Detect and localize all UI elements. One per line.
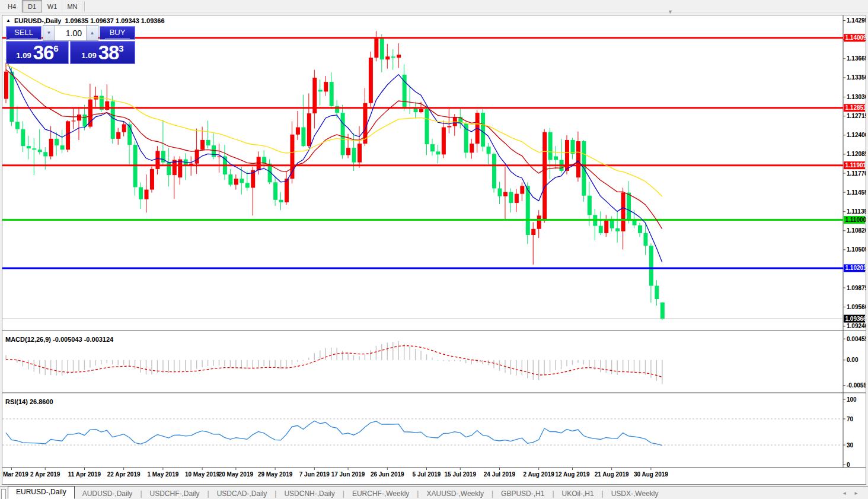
candle-body (588, 196, 592, 215)
candle-body (397, 55, 401, 58)
chevron-up-icon: ▲ (90, 30, 95, 36)
hlines-layer (2, 38, 843, 268)
rsi-indicator-label: RSI(14) 26.8600 (5, 398, 53, 405)
candle-body (638, 225, 642, 233)
candle-body (576, 141, 580, 177)
tab-scroll-left-icon[interactable]: ◄ (842, 491, 847, 496)
sell-price-big: 36 (33, 43, 54, 62)
volume-field[interactable]: 1.00 (55, 26, 86, 40)
candle-body (66, 121, 70, 150)
price-axis-label: 1.09560 (847, 304, 866, 310)
candle-body (655, 286, 659, 299)
candle-body (285, 179, 289, 202)
sell-price-prefix: 1.09 (16, 51, 31, 60)
candle-body (447, 126, 451, 127)
date-axis-label: 17 Jun 2019 (331, 471, 365, 478)
chart-tabs-bar: EURUSD-,DailyAUDUSD-,Daily|USDCHF-,Daily… (0, 486, 868, 499)
date-axis-label: 2 Aug 2019 (523, 471, 554, 478)
candle-body (38, 150, 42, 152)
candle-body (245, 183, 250, 187)
timeframe-button-d1[interactable]: D1 (22, 0, 42, 12)
ma-lines-layer (6, 60, 662, 263)
date-axis-label: 10 May 2019 (185, 471, 220, 478)
timeframe-button-mn[interactable]: MN (62, 0, 82, 12)
date-axis-label: 7 Jun 2019 (299, 471, 330, 478)
tab-eurchf-weekly[interactable]: EURCHF-,Weekly (344, 489, 417, 499)
candle-body (380, 39, 384, 60)
tab-usdcnh-daily[interactable]: USDCNH-,Daily (276, 489, 342, 499)
candle-body (526, 186, 530, 235)
chart-canvas[interactable]: 1.142951.139801.136651.133501.130301.127… (2, 15, 866, 484)
tab-usdchf-daily[interactable]: USDCHF-,Daily (142, 489, 208, 499)
buy-price-prefix: 1.09 (81, 51, 96, 60)
candle-body (436, 151, 440, 154)
candle-body (21, 129, 25, 147)
candle-body (195, 150, 199, 163)
date-axis-label: 20 May 2019 (219, 471, 254, 478)
toolbar-separator (84, 1, 85, 11)
volume-decrease-button[interactable]: ▼ (43, 26, 55, 40)
price-badge-label: 1.11901 (845, 162, 867, 169)
timeframe-toolbar: H4 D1 W1 MN (0, 0, 868, 13)
tab-scroll-right-icon[interactable]: ► (854, 491, 859, 496)
candle-body (279, 200, 283, 202)
price-axis-label: 1.10505 (847, 246, 866, 253)
candle-body (318, 90, 323, 91)
tab-gbpusd-h1[interactable]: GBPUSD-,H1 (493, 489, 552, 499)
candle-body (273, 182, 277, 200)
tab-ukoil-h1[interactable]: UKOil-,H1 (554, 489, 602, 499)
candle-body (82, 115, 87, 126)
candle-body (520, 186, 524, 193)
candle-body (610, 221, 614, 228)
tab-usdcad-daily[interactable]: USDCAD-,Daily (209, 489, 275, 499)
date-axis-label: 24 Mar 2019 (2, 471, 28, 478)
volume-increase-button[interactable]: ▲ (86, 26, 98, 40)
buy-button[interactable]: BUY (100, 26, 135, 40)
date-axis-label: 29 May 2019 (258, 471, 293, 478)
mt4-terminal: { "toolbar": { "buttons": [ {"label": "H… (0, 0, 868, 499)
candle-body (257, 157, 261, 170)
price-axis-label: 1.11455 (847, 189, 866, 196)
candle-body (55, 139, 59, 145)
date-axis-label: 5 Jul 2019 (413, 471, 441, 478)
candle-body (509, 192, 513, 203)
sell-button[interactable]: SELL (6, 26, 42, 40)
rsi-line (6, 421, 662, 445)
timeframe-button-h4[interactable]: H4 (2, 0, 22, 12)
candle-body (548, 132, 553, 160)
price-axis-label: 1.11770 (847, 170, 866, 177)
buy-price-button[interactable]: 1.09 38 3 (70, 41, 135, 64)
candle-body (60, 145, 65, 150)
one-click-trading-panel: SELL BUY ▼ 1.00 ▲ 1.09 36 6 1.09 38 3 (2, 15, 139, 65)
tab-strip-notch (1, 489, 6, 499)
date-axis-label: 11 Apr 2019 (68, 471, 101, 478)
price-axis-label: 1.13350 (847, 74, 866, 81)
date-axis-label: 15 Jul 2019 (445, 471, 477, 478)
macd-axis-label: 0.00 (847, 357, 859, 363)
candle-body (537, 215, 541, 228)
sell-price-button[interactable]: 1.09 36 6 (6, 41, 69, 64)
timeframe-button-w1[interactable]: W1 (42, 0, 62, 12)
tab-xauusd-weekly[interactable]: XAUUSD-,Weekly (419, 489, 491, 499)
tab-usdx-weekly[interactable]: USDX-,Weekly (604, 489, 666, 499)
indicator-layer (2, 341, 843, 446)
candle-body (453, 117, 457, 126)
price-badge-label: 1.10201 (845, 265, 867, 271)
candle-body (615, 228, 620, 231)
chart-window: 1.142951.139801.136651.133501.130301.127… (2, 15, 866, 485)
candle-body (155, 151, 159, 169)
candle-body (425, 109, 429, 144)
tab-scroll-arrows: ◄ ► (842, 491, 859, 496)
candle-body (72, 120, 76, 121)
candle-body (122, 124, 126, 132)
rsi-axis-label: 70 (847, 416, 854, 422)
candle-body (487, 147, 491, 154)
candle-body (206, 140, 210, 145)
candle-body (369, 58, 373, 103)
candle-body (660, 303, 665, 319)
tab-eurusd-daily[interactable]: EURUSD-,Daily (8, 486, 75, 499)
candle-body (497, 188, 502, 196)
price-axis-label: 1.13030 (847, 94, 866, 100)
chart-shift-marker-icon[interactable]: ▼ (668, 9, 673, 15)
tab-audusd-daily[interactable]: AUDUSD-,Daily (75, 489, 141, 499)
